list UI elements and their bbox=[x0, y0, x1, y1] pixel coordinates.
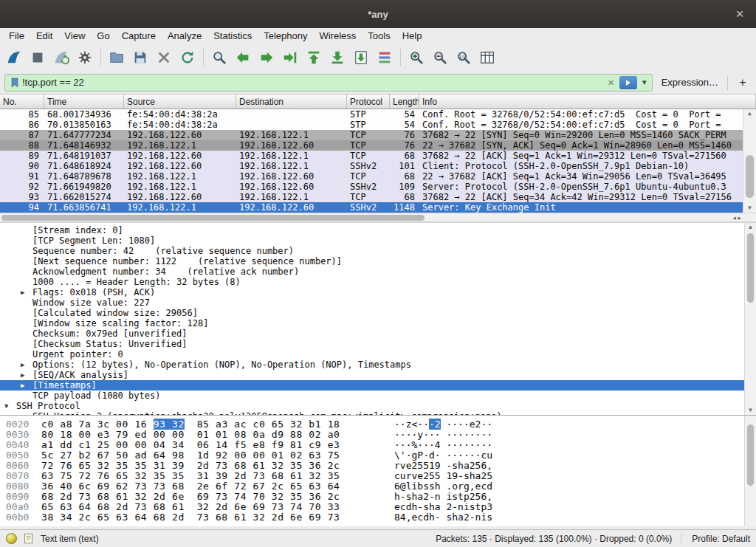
menu-view[interactable]: View bbox=[58, 29, 91, 43]
hscroll-thumb[interactable] bbox=[1, 215, 425, 221]
detail-line-6[interactable]: ▶Flags: 0x018 (PSH, ACK) bbox=[0, 287, 744, 297]
open-file-button[interactable] bbox=[105, 47, 128, 69]
vscroll-thumb[interactable] bbox=[746, 155, 754, 199]
packet-row-88[interactable]: 8871.648146932192.168.122.1192.168.122.6… bbox=[0, 140, 743, 151]
column-header-length[interactable]: Length bbox=[390, 94, 419, 109]
expander-icon[interactable]: ▶ bbox=[21, 359, 32, 370]
menu-wireless[interactable]: Wireless bbox=[313, 29, 362, 43]
menu-telephony[interactable]: Telephony bbox=[258, 29, 313, 43]
hex-row-0060[interactable]: 006072 76 65 32 35 35 31 39 2d 73 68 61 … bbox=[0, 461, 756, 471]
expander-icon[interactable]: ▶ bbox=[21, 380, 32, 391]
hex-row-0090[interactable]: 009068 2d 73 68 61 32 2d 6e 69 73 74 70 … bbox=[0, 492, 756, 502]
packet-row-86[interactable]: 8670.013850163fe:54:00:d4:38:2aSTP54Conf… bbox=[0, 120, 743, 130]
packet-row-91[interactable]: 9171.648789678192.168.122.1192.168.122.6… bbox=[0, 171, 743, 182]
detail-line-2[interactable]: Sequence number: 42 (relative sequence n… bbox=[0, 246, 744, 256]
detail-line-1[interactable]: [TCP Segment Len: 1080] bbox=[0, 235, 744, 246]
menu-statistics[interactable]: Statistics bbox=[207, 29, 258, 43]
menu-edit[interactable]: Edit bbox=[30, 29, 58, 43]
menu-go[interactable]: Go bbox=[91, 29, 115, 43]
vscroll-thumb[interactable] bbox=[747, 424, 754, 486]
column-header-destination[interactable]: Destination bbox=[236, 94, 347, 109]
detail-line-13[interactable]: ▶Options: (12 bytes), No-Operation (NOP)… bbox=[0, 359, 744, 370]
reload-file-button[interactable] bbox=[176, 47, 199, 69]
hex-row-0030[interactable]: 003080 18 00 e3 79 ed 00 00 01 01 08 0a … bbox=[0, 430, 756, 440]
zoom-original-button[interactable]: 1:1 bbox=[452, 47, 475, 69]
go-last-button[interactable] bbox=[326, 47, 349, 69]
go-forward-button[interactable] bbox=[255, 47, 278, 69]
detail-line-0[interactable]: [Stream index: 0] bbox=[0, 225, 744, 235]
detail-line-10[interactable]: Checksum: 0x79ed [unverified] bbox=[0, 328, 744, 339]
go-to-packet-button[interactable] bbox=[278, 47, 302, 69]
find-packet-button[interactable] bbox=[207, 47, 231, 69]
menu-help[interactable]: Help bbox=[396, 29, 428, 43]
detail-line-4[interactable]: Acknowledgment number: 34 (relative ack … bbox=[0, 266, 744, 277]
start-capture-button[interactable] bbox=[2, 47, 26, 69]
vscroll-thumb[interactable] bbox=[747, 233, 754, 303]
restart-capture-button[interactable] bbox=[49, 47, 73, 69]
display-filter-input[interactable]: × ▾ bbox=[4, 74, 653, 92]
filter-clear-icon[interactable]: × bbox=[605, 76, 617, 89]
scroll-up-icon[interactable]: ▲ bbox=[743, 109, 756, 118]
filter-dropdown-icon[interactable]: ▾ bbox=[639, 78, 650, 87]
detail-line-7[interactable]: Window size value: 227 bbox=[0, 297, 744, 308]
scroll-down-icon[interactable]: ▼ bbox=[743, 204, 756, 213]
detail-line-3[interactable]: [Next sequence number: 1122 (relative se… bbox=[0, 256, 744, 266]
packet-row-92[interactable]: 9271.661949820192.168.122.1192.168.122.6… bbox=[0, 182, 743, 192]
resize-columns-button[interactable] bbox=[475, 47, 499, 69]
auto-scroll-button[interactable] bbox=[349, 47, 373, 69]
hex-vscrollbar[interactable] bbox=[744, 416, 756, 526]
packet-list-hscrollbar[interactable]: ◂ ▸ bbox=[0, 213, 756, 221]
add-filter-button[interactable]: + bbox=[734, 75, 752, 91]
hex-row-00b0[interactable]: 00b038 34 2c 65 63 64 68 2d 73 68 61 32 … bbox=[0, 512, 756, 523]
detail-line-9[interactable]: [Window size scaling factor: 128] bbox=[0, 318, 744, 328]
hscroll-arrows[interactable]: ◂ ▸ bbox=[732, 213, 741, 222]
close-file-button[interactable] bbox=[152, 47, 176, 69]
status-profile[interactable]: Profile: Default bbox=[681, 534, 750, 544]
go-first-button[interactable] bbox=[302, 47, 326, 69]
menu-file[interactable]: File bbox=[3, 29, 30, 43]
detail-line-17[interactable]: ▼SSH Protocol bbox=[0, 401, 744, 411]
save-file-button[interactable] bbox=[128, 47, 152, 69]
menu-capture[interactable]: Capture bbox=[116, 29, 162, 43]
detail-line-5[interactable]: 1000 .... = Header Length: 32 bytes (8) bbox=[0, 277, 744, 287]
filter-apply-button[interactable] bbox=[619, 76, 637, 89]
zoom-out-button[interactable] bbox=[428, 47, 452, 69]
packet-row-93[interactable]: 9371.662015274192.168.122.60192.168.122.… bbox=[0, 192, 743, 202]
column-header-source[interactable]: Source bbox=[124, 94, 236, 109]
packet-row-87[interactable]: 8771.647777234192.168.122.60192.168.122.… bbox=[0, 130, 743, 140]
detail-line-15[interactable]: ▶[Timestamps] bbox=[0, 380, 744, 391]
hex-row-0040[interactable]: 0040a1 dd c1 25 00 00 04 34 06 14 f5 e8 … bbox=[0, 440, 756, 450]
capture-options-button[interactable] bbox=[73, 47, 97, 69]
expander-icon[interactable]: ▼ bbox=[4, 401, 16, 411]
detail-line-16[interactable]: TCP payload (1080 bytes) bbox=[0, 391, 744, 401]
packet-row-90[interactable]: 9071.648618924192.168.122.60192.168.122.… bbox=[0, 161, 743, 171]
scroll-up-icon[interactable]: ▲ bbox=[745, 223, 756, 232]
hex-row-0080[interactable]: 008036 40 6c 69 62 73 73 68 2e 6f 72 67 … bbox=[0, 481, 756, 492]
detail-line-14[interactable]: ▶[SEQ/ACK analysis] bbox=[0, 370, 744, 380]
expression-button[interactable]: Expression… bbox=[659, 77, 721, 88]
zoom-in-button[interactable] bbox=[405, 47, 428, 69]
packet-row-89[interactable]: 8971.648191037192.168.122.60192.168.122.… bbox=[0, 151, 743, 161]
column-header-protocol[interactable]: Protocol bbox=[347, 94, 390, 109]
detail-line-8[interactable]: [Calculated window size: 29056] bbox=[0, 308, 744, 318]
scroll-down-icon[interactable]: ▼ bbox=[745, 406, 756, 415]
packet-row-94[interactable]: 9471.663856741192.168.122.1192.168.122.6… bbox=[0, 202, 743, 213]
detail-line-11[interactable]: [Checksum Status: Unverified] bbox=[0, 339, 744, 349]
menu-tools[interactable]: Tools bbox=[362, 29, 396, 43]
packet-list-vscrollbar[interactable]: ▲ ▼ bbox=[743, 109, 756, 213]
hex-row-0020[interactable]: 0020c0 a8 7a 3c 00 16 93 32 85 a3 ac c0 … bbox=[0, 419, 756, 430]
window-close-button[interactable]: × bbox=[731, 5, 749, 23]
column-header-info[interactable]: Info bbox=[419, 94, 756, 109]
colorize-button[interactable] bbox=[373, 47, 396, 69]
detail-line-12[interactable]: Urgent pointer: 0 bbox=[0, 349, 744, 359]
column-header-time[interactable]: Time bbox=[44, 94, 124, 109]
packet-row-85[interactable]: 8568.001734936fe:54:00:d4:38:2aSTP54Conf… bbox=[0, 109, 743, 120]
filter-bookmark-icon[interactable] bbox=[7, 75, 22, 90]
hex-row-0070[interactable]: 007063 75 72 76 65 32 35 35 31 39 2d 73 … bbox=[0, 471, 756, 481]
stop-capture-button[interactable] bbox=[26, 47, 49, 69]
expert-info-icon[interactable] bbox=[6, 533, 17, 544]
detail-vscrollbar[interactable]: ▲ ▼ bbox=[744, 223, 756, 415]
title-bar[interactable]: *any × bbox=[0, 0, 756, 28]
menu-analyze[interactable]: Analyze bbox=[162, 29, 207, 43]
filter-text-field[interactable] bbox=[22, 77, 605, 88]
